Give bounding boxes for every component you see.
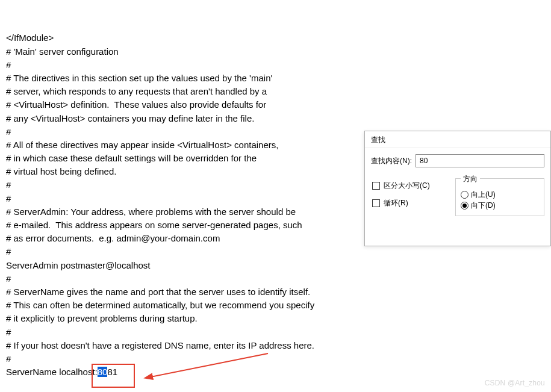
direction-up-radio[interactable]: 向上(U) [461,190,496,200]
editor-line: # This can often be determined automatic… [6,299,545,312]
find-dialog[interactable]: 查找 查找内容(N): 区分大小写(C) 循环(R) 方向 向上(U) 向下(D… [364,131,551,246]
annotation-highlight-box [92,364,135,388]
match-case-label: 区分大小写(C) [384,181,430,191]
editor-line: # The directives in this section set up … [6,72,545,85]
editor-line: # it explicitly to prevent problems duri… [6,312,545,325]
editor-line: # 'Main' server configuration [6,45,545,58]
editor-line: # [6,326,545,339]
search-input[interactable] [416,154,544,167]
up-label: 向上(U) [471,190,496,200]
editor-line: # server, which responds to any requests… [6,85,545,98]
editor-line: # <VirtualHost> definition. These values… [6,98,545,111]
checkbox-icon [372,199,380,207]
servername-line: ServerName localhost:8081 [6,366,545,379]
editor-line: # [6,245,545,258]
watermark: CSDN @Art_zhou [485,379,545,387]
editor-line: # [6,272,545,285]
editor-line: ServerAdmin postmaster@localhost [6,259,545,272]
editor-line: # any <VirtualHost> containers you may d… [6,112,545,125]
editor-line: # [6,58,545,72]
search-content-label: 查找内容(N): [371,156,412,166]
servername-prefix: ServerName localhost: [6,367,98,377]
find-dialog-title: 查找 [365,131,550,148]
editor-line: # ServerName gives the name and port tha… [6,285,545,299]
editor-line: # [6,352,545,366]
editor-line: # If your host doesn't have a registered… [6,339,545,352]
direction-legend: 方向 [461,174,480,184]
checkbox-icon [372,182,380,190]
direction-group: 方向 向上(U) 向下(D) [455,178,544,216]
direction-down-radio[interactable]: 向下(D) [461,201,496,211]
radio-icon [461,191,469,199]
down-label: 向下(D) [471,201,496,211]
find-dialog-body: 查找内容(N): 区分大小写(C) 循环(R) 方向 向上(U) 向下(D) [365,148,550,208]
editor-line: </IfModule> [6,31,545,45]
radio-icon [461,202,469,210]
loop-label: 循环(R) [384,198,408,208]
